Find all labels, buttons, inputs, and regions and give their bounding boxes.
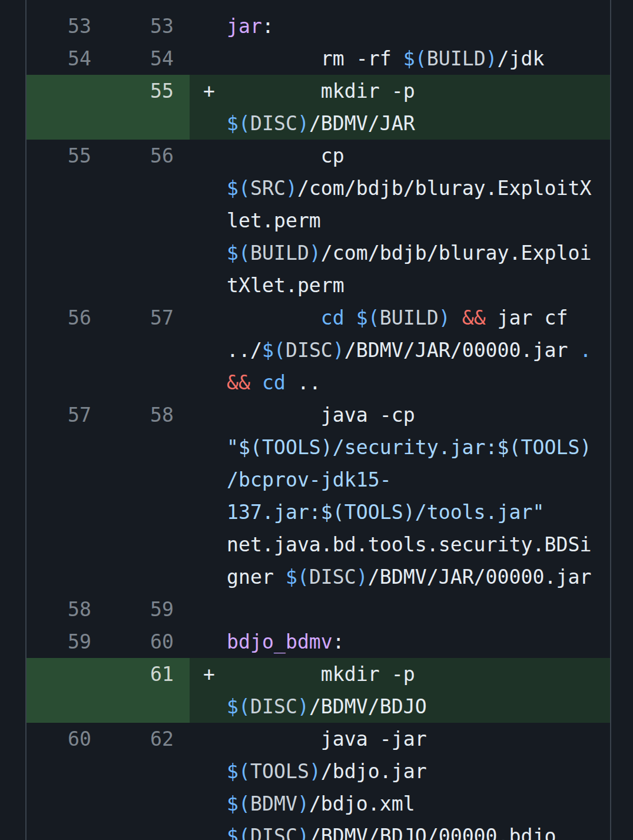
diff-table: 5353jar:5454 rm -rf $(BUILD)/jdk55+ mkdi… bbox=[25, 0, 611, 840]
code-token-keyword: ) bbox=[309, 242, 321, 264]
diff-code-cell[interactable]: + mkdir -p $(DISC)/BDMV/BDJO bbox=[190, 658, 610, 723]
code-token-keyword: $( bbox=[227, 242, 250, 264]
code-token-text: /jdk bbox=[498, 47, 545, 70]
code-token-keyword: $( bbox=[227, 792, 250, 815]
diff-code-cell[interactable]: + mkdir -p $(DISC)/BDMV/JAR bbox=[190, 75, 610, 140]
code-line: jar: bbox=[227, 10, 594, 42]
old-line-number[interactable]: 54 bbox=[26, 42, 108, 75]
code-token-keyword: cd bbox=[321, 306, 344, 329]
code-token-keyword: . bbox=[579, 339, 591, 362]
diff-code-cell[interactable]: cp $(SRC)/com/bdjb/bluray.ExploitXlet.pe… bbox=[190, 140, 610, 302]
new-line-number[interactable]: 58 bbox=[108, 399, 190, 593]
old-line-number[interactable]: 58 bbox=[26, 593, 108, 626]
code-line: cp $(SRC)/com/bdjb/bluray.ExploitXlet.pe… bbox=[227, 140, 594, 302]
code-token-keyword: ) bbox=[439, 306, 450, 329]
code-token-keyword: $( bbox=[227, 760, 250, 783]
diff-row: 61+ mkdir -p $(DISC)/BDMV/BDJO bbox=[26, 658, 610, 723]
diff-code-cell[interactable]: java -jar $(TOOLS)/bdjo.jar $(BDMV)/bdjo… bbox=[190, 723, 610, 840]
diff-code-cell[interactable] bbox=[190, 593, 610, 626]
code-token-variable: BUILD bbox=[427, 47, 486, 70]
code-token-string: "$(TOOLS)/security.jar:$(TOOLS)/bcprov-j… bbox=[227, 436, 591, 524]
new-line-number[interactable]: 55 bbox=[108, 75, 190, 140]
diff-row: 5353jar: bbox=[26, 10, 610, 42]
code-token-keyword: ) bbox=[333, 339, 344, 362]
addition-marker: + bbox=[203, 658, 227, 690]
code-token-text: : bbox=[262, 15, 274, 38]
code-token-text bbox=[250, 371, 262, 394]
diff-row: 55+ mkdir -p $(DISC)/BDMV/JAR bbox=[26, 75, 610, 140]
diff-code-cell[interactable]: cd $(BUILD) && jar cf ../$(DISC)/BDMV/JA… bbox=[190, 302, 610, 399]
old-line-number[interactable]: 60 bbox=[26, 723, 108, 840]
diff-row: 5454 rm -rf $(BUILD)/jdk bbox=[26, 42, 610, 75]
code-token-text: /BDMV/JAR/00000.jar bbox=[344, 339, 580, 362]
code-token-variable: BUILD bbox=[380, 306, 439, 329]
code-token-variable: DISC bbox=[250, 825, 297, 840]
code-token-variable: DISC bbox=[309, 565, 356, 588]
code-token-keyword: $( bbox=[227, 695, 250, 718]
code-token-text: cp bbox=[227, 144, 356, 167]
code-token-keyword: ) bbox=[297, 695, 309, 718]
code-token-text: /bdjo.jar bbox=[321, 760, 439, 783]
code-token-text bbox=[591, 339, 603, 362]
code-token-keyword: ) bbox=[297, 825, 309, 840]
code-line: mkdir -p $(DISC)/BDMV/JAR bbox=[227, 75, 594, 140]
code-token-text bbox=[450, 306, 462, 329]
old-line-number[interactable]: 57 bbox=[26, 399, 108, 593]
code-token-text: java -cp bbox=[227, 404, 427, 426]
diff-row: 5657 cd $(BUILD) && jar cf ../$(DISC)/BD… bbox=[26, 302, 610, 399]
code-token-variable: BDMV bbox=[250, 792, 297, 815]
new-line-number[interactable]: 53 bbox=[108, 10, 190, 42]
code-token-text: /BDMV/JAR bbox=[309, 112, 415, 135]
old-line-number[interactable] bbox=[26, 658, 108, 723]
code-token-keyword: $( bbox=[356, 306, 380, 329]
code-token-text bbox=[344, 306, 356, 329]
code-token-variable: SRC bbox=[250, 177, 286, 200]
diff-rows: 5353jar:5454 rm -rf $(BUILD)/jdk55+ mkdi… bbox=[26, 10, 610, 840]
old-line-number[interactable]: 53 bbox=[26, 10, 108, 42]
new-line-number[interactable]: 56 bbox=[108, 140, 190, 302]
new-line-number[interactable]: 54 bbox=[108, 42, 190, 75]
diff-row: 6062 java -jar $(TOOLS)/bdjo.jar $(BDMV)… bbox=[26, 723, 610, 840]
code-token-target: bdjo_bdmv bbox=[227, 630, 333, 653]
new-line-number[interactable]: 62 bbox=[108, 723, 190, 840]
code-token-keyword: ) bbox=[297, 112, 309, 135]
code-token-text bbox=[227, 306, 321, 329]
diff-row: 5859 bbox=[26, 593, 610, 626]
code-token-keyword: cd bbox=[262, 371, 286, 394]
old-line-number[interactable]: 56 bbox=[26, 302, 108, 399]
code-token-text: /bdjo.xml bbox=[309, 792, 427, 815]
code-token-keyword: $( bbox=[227, 177, 250, 200]
addition-marker: + bbox=[203, 75, 227, 107]
old-line-number[interactable]: 55 bbox=[26, 140, 108, 302]
code-token-keyword: $( bbox=[286, 565, 309, 588]
code-token-text: java -jar bbox=[227, 727, 439, 750]
code-line: cd $(BUILD) && jar cf ../$(DISC)/BDMV/JA… bbox=[227, 302, 594, 399]
diff-code-cell[interactable]: bdjo_bdmv: bbox=[190, 626, 610, 658]
diff-code-cell[interactable]: java -cp "$(TOOLS)/security.jar:$(TOOLS)… bbox=[190, 399, 610, 593]
old-line-number[interactable] bbox=[26, 75, 108, 140]
code-token-keyword: ) bbox=[297, 792, 309, 815]
code-line: bdjo_bdmv: bbox=[227, 626, 594, 658]
code-token-keyword: ) bbox=[486, 47, 498, 70]
code-token-keyword: ) bbox=[356, 565, 368, 588]
code-token-variable: TOOLS bbox=[250, 760, 309, 783]
diff-code-cell[interactable]: rm -rf $(BUILD)/jdk bbox=[190, 42, 610, 75]
new-line-number[interactable]: 57 bbox=[108, 302, 190, 399]
new-line-number[interactable]: 59 bbox=[108, 593, 190, 626]
diff-row: 5960bdjo_bdmv: bbox=[26, 626, 610, 658]
old-line-number[interactable]: 59 bbox=[26, 626, 108, 658]
diff-code-cell[interactable]: jar: bbox=[190, 10, 610, 42]
code-token-text: /BDMV/JAR/00000.jar bbox=[368, 565, 592, 588]
code-token-text: /BDMV/BDJO/00000.bdjo bbox=[309, 825, 556, 840]
new-line-number[interactable]: 60 bbox=[108, 626, 190, 658]
code-line: mkdir -p $(DISC)/BDMV/BDJO bbox=[227, 658, 594, 723]
code-token-operator: && bbox=[227, 371, 250, 394]
code-line: java -jar $(TOOLS)/bdjo.jar $(BDMV)/bdjo… bbox=[227, 723, 594, 840]
code-token-variable: DISC bbox=[250, 112, 297, 135]
code-token-keyword: $( bbox=[262, 339, 286, 362]
code-token-operator: && bbox=[462, 306, 486, 329]
code-token-text: mkdir -p bbox=[227, 80, 427, 102]
code-token-keyword: $( bbox=[227, 112, 250, 135]
new-line-number[interactable]: 61 bbox=[108, 658, 190, 723]
diff-row: 5758 java -cp "$(TOOLS)/security.jar:$(T… bbox=[26, 399, 610, 593]
